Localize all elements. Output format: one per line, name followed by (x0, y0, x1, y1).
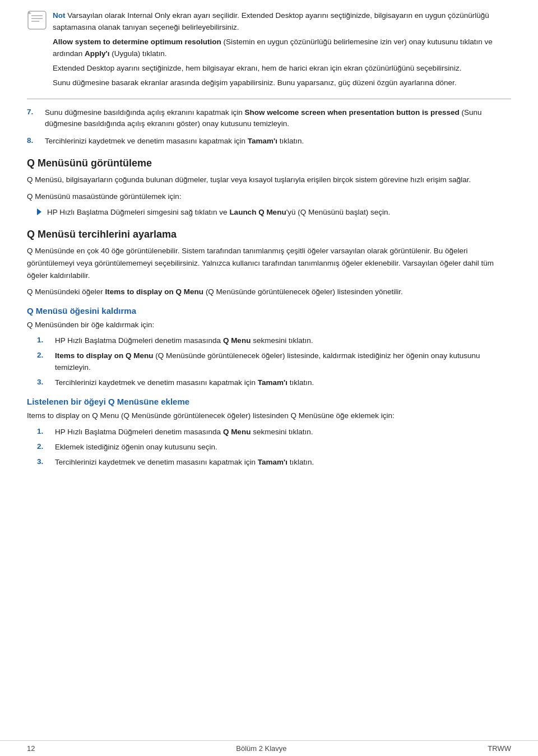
section1-bullet: HP Hızlı Başlatma Düğmeleri simgesini sa… (37, 207, 511, 219)
step-7-text: Sunu düğmesine basıldığında açılış ekran… (45, 107, 511, 131)
section1-bullet-text: HP Hızlı Başlatma Düğmeleri simgesini sa… (47, 207, 511, 219)
step-8: 8. Tercihlerinizi kaydetmek ve denetim m… (27, 136, 511, 147)
note-line1: Varsayılan olarak Internal Only ekran ay… (53, 11, 489, 31)
note-text: Not Varsayılan olarak Internal Only ekra… (53, 10, 511, 92)
subsection1-heading: Q Menüsü öğesini kaldırma (27, 306, 511, 316)
subsection1-steps: 1. HP Hızlı Başlatma Düğmeleri denetim m… (37, 335, 511, 389)
section2-para2: Q Menüsündeki öğeler Items to display on… (27, 286, 511, 298)
step-8-text: Tercihlerinizi kaydetmek ve denetim masa… (45, 136, 511, 147)
subsection2-step3-num: 3. (37, 457, 55, 466)
step-8-num: 8. (27, 136, 45, 145)
step-7: 7. Sunu düğmesine basıldığında açılış ek… (27, 107, 511, 131)
triangle-bullet-icon (37, 208, 41, 215)
note-keyword: Not (53, 11, 66, 20)
step-7-num: 7. (27, 107, 45, 116)
subsection2-step2-num: 2. (37, 442, 55, 451)
section2-heading: Q Menüsü tercihlerini ayarlama (27, 229, 511, 240)
subsection1-step1: 1. HP Hızlı Başlatma Düğmeleri denetim m… (37, 335, 511, 347)
subsection2-heading: Listelenen bir öğeyi Q Menüsüne ekleme (27, 397, 511, 406)
footer: 12 Bölüm 2 Klavye TRWW (0, 740, 538, 756)
subsection2-para: Items to display on Q Menu (Q Menüsünde … (27, 410, 511, 422)
subsection2-step2-text: Eklemek istediğiniz öğenin onay kutusunu… (55, 442, 511, 453)
subsection2-step1: 1. HP Hızlı Başlatma Düğmeleri denetim m… (37, 426, 511, 438)
svg-text:✏: ✏ (29, 12, 31, 15)
subsection1-step1-text: HP Hızlı Başlatma Düğmeleri denetim masa… (55, 335, 511, 347)
subsection1-step2: 2. Items to display on Q Menu (Q Menüsün… (37, 350, 511, 374)
section1-heading: Q Menüsünü görüntüleme (27, 157, 511, 169)
subsection2-step1-num: 1. (37, 426, 55, 435)
subsection2-step2: 2. Eklemek istediğiniz öğenin onay kutus… (37, 442, 511, 453)
section2-para1: Q Menüsünde en çok 40 öğe görüntülenebil… (27, 245, 511, 281)
subsection1-step3-text: Tercihlerinizi kaydetmek ve denetim masa… (55, 377, 511, 389)
subsection1-step2-num: 2. (37, 350, 55, 359)
subsection1-step3-num: 3. (37, 377, 55, 386)
subsection1-step1-num: 1. (37, 335, 55, 344)
section1-para1: Q Menüsü, bilgisayarların çoğunda buluna… (27, 174, 511, 186)
subsection2-step3-text: Tercihlerinizi kaydetmek ve denetim masa… (55, 457, 511, 469)
subsection2-step3: 3. Tercihlerinizi kaydetmek ve denetim m… (37, 457, 511, 469)
subsection1-step3: 3. Tercihlerinizi kaydetmek ve denetim m… (37, 377, 511, 389)
footer-chapter: Bölüm 2 Klavye (236, 744, 286, 753)
subsection1-step2-text: Items to display on Q Menu (Q Menüsünde … (55, 350, 511, 374)
top-note-block: ✏ Not Varsayılan olarak Internal Only ek… (27, 10, 511, 99)
footer-page-num: 12 (27, 744, 35, 753)
section1-para2: Q Menüsünü masaüstünde görüntülemek için… (27, 191, 511, 203)
subsection2-step1-text: HP Hızlı Başlatma Düğmeleri denetim masa… (55, 426, 511, 438)
note-icon: ✏ (27, 10, 47, 30)
footer-locale: TRWW (488, 744, 511, 753)
subsection2-steps: 1. HP Hızlı Başlatma Düğmeleri denetim m… (37, 426, 511, 469)
subsection1-para: Q Menüsünden bir öğe kaldırmak için: (27, 319, 511, 331)
